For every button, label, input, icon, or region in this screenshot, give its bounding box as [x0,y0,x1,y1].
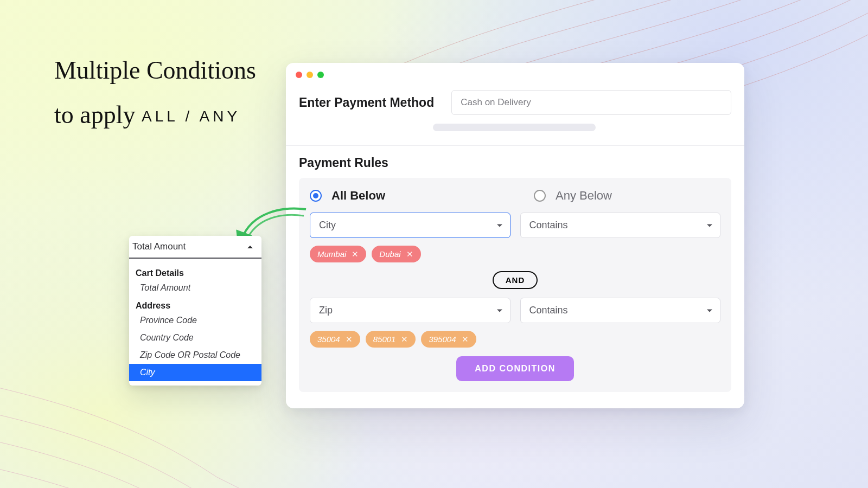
radio-icon [534,190,546,202]
field-dropdown-popover: Total Amount Cart Details Total Amount A… [129,236,261,386]
dropdown-group-address: Address [129,297,261,312]
field-select-zip[interactable]: Zip [310,298,510,323]
radio-any-below[interactable]: Any Below [534,189,612,203]
skeleton-line [433,124,596,131]
dropdown-item-country-code[interactable]: Country Code [129,329,261,346]
radio-icon [310,190,322,202]
headline-prefix: to apply [54,101,142,129]
close-icon[interactable]: ✕ [352,250,359,258]
chevron-down-icon [497,224,502,227]
traffic-light-zoom-icon[interactable] [317,72,324,78]
close-icon[interactable]: ✕ [462,335,469,343]
app-window: Enter Payment Method Cash on Delivery Pa… [286,63,744,408]
radio-any-label: Any Below [556,189,612,203]
chip-zip-3[interactable]: 395004✕ [421,331,476,348]
close-icon[interactable]: ✕ [406,250,413,258]
payment-method-section: Enter Payment Method Cash on Delivery [286,84,744,146]
condition-row-1: City Contains [310,213,720,238]
headline-allany: ALL / ANY [142,108,240,125]
chip-zip-2[interactable]: 85001✕ [366,331,416,348]
traffic-light-minimize-icon[interactable] [307,72,313,78]
add-condition-button[interactable]: ADD CONDITION [456,356,573,381]
condition-row-2: Zip Contains [310,298,720,323]
chip-label: Mumbai [317,249,346,259]
radio-all-below[interactable]: All Below [310,189,385,203]
payment-rules-section: Payment Rules All Below Any Below [286,146,744,408]
dropdown-item-total-amount[interactable]: Total Amount [129,279,261,297]
dropdown-selected-value: Total Amount [132,241,186,252]
chip-zip-1[interactable]: 35004✕ [310,331,360,348]
marketing-canvas: Multiple Conditions to apply ALL / ANY E… [0,0,868,488]
headline-line1: Multiple Conditions [54,54,288,87]
close-icon[interactable]: ✕ [346,335,353,343]
headline-line2: to apply ALL / ANY [54,99,288,131]
radio-all-label: All Below [331,189,385,203]
window-titlebar [286,63,744,84]
close-icon[interactable]: ✕ [401,335,408,343]
operator-select-value: Contains [529,220,568,230]
chip-label: 395004 [429,335,456,344]
chip-label: Dubai [379,249,400,259]
and-connector: AND [493,271,538,289]
operator-select-value: Contains [529,305,568,316]
dropdown-group-cart: Cart Details [129,264,261,279]
zip-chips: 35004✕ 85001✕ 395004✕ [310,331,720,348]
payment-method-input[interactable]: Cash on Delivery [451,90,731,115]
chip-label: 35004 [317,335,340,344]
headline: Multiple Conditions to apply ALL / ANY [54,54,288,131]
match-mode-radio-row: All Below Any Below [310,189,720,203]
field-select-city[interactable]: City [310,213,510,238]
dropdown-item-province-code[interactable]: Province Code [129,312,261,329]
dropdown-item-zip-postal-code[interactable]: Zip Code OR Postal Code [129,346,261,364]
dropdown-item-city[interactable]: City [129,364,261,381]
city-chips: Mumbai✕ Dubai✕ [310,246,720,262]
rules-box: All Below Any Below City Contains [299,178,731,392]
dropdown-body: Cart Details Total Amount Address Provin… [129,259,261,386]
chevron-up-icon [247,246,253,248]
field-select-value: City [319,220,336,230]
payment-method-label: Enter Payment Method [299,95,434,110]
dropdown-trigger[interactable]: Total Amount [129,236,261,259]
operator-select-contains[interactable]: Contains [520,213,721,238]
operator-select-contains[interactable]: Contains [520,298,721,323]
traffic-light-close-icon[interactable] [296,72,302,78]
chip-dubai[interactable]: Dubai✕ [372,246,420,262]
chevron-down-icon [497,309,502,312]
payment-rules-title: Payment Rules [299,156,731,170]
chevron-down-icon [707,224,712,227]
chip-mumbai[interactable]: Mumbai✕ [310,246,366,262]
chip-label: 85001 [373,335,396,344]
chevron-down-icon [707,309,712,312]
field-select-value: Zip [319,305,333,316]
